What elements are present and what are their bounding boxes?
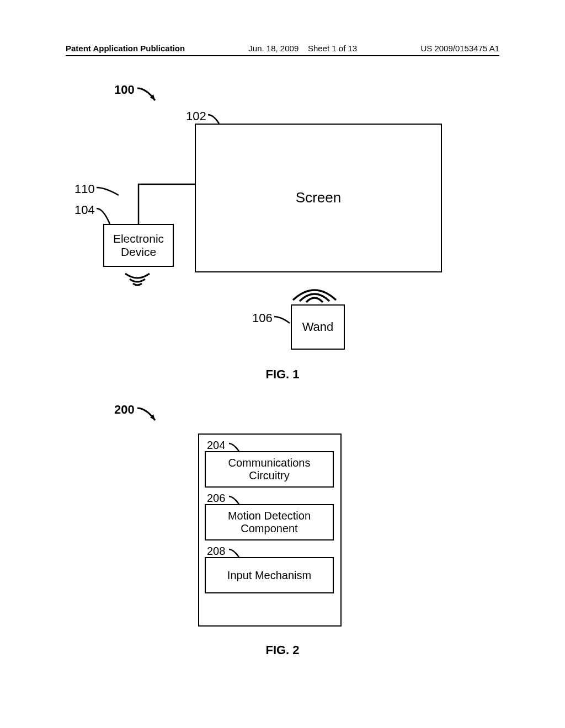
page: Patent Application Publication Jun. 18, …: [44, 0, 521, 728]
header-date-sheet: Jun. 18, 2009 Sheet 1 of 13: [248, 44, 357, 53]
communications-circuitry-box: Communications Circuitry: [205, 451, 334, 488]
motion-detection-box: Motion Detection Component: [205, 504, 334, 540]
ref-106: 106: [252, 311, 273, 325]
ref-100: 100: [114, 83, 135, 97]
device-wireless-icon: [121, 269, 154, 291]
screen-box: Screen: [195, 124, 442, 272]
header-date: Jun. 18, 2009: [248, 44, 299, 53]
input-mechanism-label: Input Mechanism: [227, 569, 311, 582]
ref-110: 110: [74, 182, 95, 196]
wand-detail-box: 204 Communications Circuitry 206 Motion …: [198, 433, 342, 627]
electronic-device-box: Electronic Device: [103, 224, 174, 267]
wand-wireless-icon: [290, 278, 339, 306]
ref-208: 208: [207, 545, 225, 558]
page-header: Patent Application Publication Jun. 18, …: [66, 43, 499, 56]
screen-label: Screen: [296, 190, 341, 206]
figure-1-caption: FIG. 1: [44, 367, 521, 382]
leader-100: [136, 84, 164, 106]
communications-circuitry-label: Communications Circuitry: [228, 457, 311, 482]
ref-206: 206: [207, 492, 225, 505]
motion-detection-label: Motion Detection Component: [228, 510, 311, 535]
input-mechanism-box: Input Mechanism: [205, 557, 334, 593]
ref-104: 104: [74, 203, 95, 217]
ref-200: 200: [114, 403, 135, 417]
header-sheet: Sheet 1 of 13: [308, 44, 357, 53]
wand-label: Wand: [302, 320, 334, 334]
ref-204: 204: [207, 439, 225, 452]
wand-box: Wand: [291, 304, 345, 350]
leader-106: [273, 313, 293, 326]
electronic-device-label: Electronic Device: [113, 232, 164, 259]
header-pubno: US 2009/0153475 A1: [420, 44, 499, 53]
leader-200: [136, 404, 164, 426]
header-publication: Patent Application Publication: [66, 44, 185, 53]
ref-102: 102: [186, 109, 206, 124]
figure-2-caption: FIG. 2: [44, 643, 521, 657]
